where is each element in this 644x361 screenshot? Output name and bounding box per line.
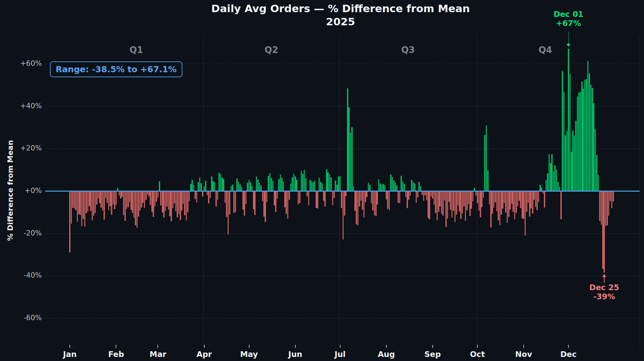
bar-negative: [93, 191, 94, 216]
bar-positive: [338, 176, 339, 191]
bar-positive: [247, 183, 248, 191]
bar-negative: [183, 191, 184, 204]
bar-negative: [407, 191, 408, 208]
bar-negative: [601, 191, 602, 225]
bar-positive: [414, 184, 415, 191]
bar-positive: [384, 185, 386, 191]
bar-negative: [229, 191, 230, 215]
bar-positive: [272, 181, 274, 191]
bar-negative: [130, 191, 132, 210]
bar-negative: [345, 191, 347, 196]
bar-negative: [129, 191, 130, 202]
bar-positive: [220, 174, 222, 191]
bar-negative: [324, 191, 326, 206]
bar-positive: [592, 88, 593, 191]
bar-negative: [86, 191, 87, 213]
bar-negative: [441, 191, 442, 214]
bar-negative: [496, 191, 498, 211]
bar-negative: [116, 191, 117, 205]
bar-negative: [520, 191, 521, 208]
month-tick: [69, 345, 70, 348]
month-tick: [116, 345, 116, 348]
bar-negative: [196, 191, 198, 202]
bar-negative: [80, 191, 81, 215]
bar-negative: [354, 191, 356, 211]
bar-positive: [598, 175, 599, 191]
bar-positive: [380, 184, 381, 191]
bar-positive: [557, 182, 559, 191]
bar-positive: [211, 176, 212, 191]
bar-positive: [232, 185, 233, 191]
quarter-label: Q3: [388, 45, 428, 55]
bar-positive: [293, 174, 295, 191]
bar-positive: [587, 61, 589, 191]
bar-negative: [141, 191, 142, 207]
bar-negative: [178, 191, 180, 214]
bar-positive: [381, 185, 383, 191]
bar-negative: [599, 191, 601, 221]
month-tick: [340, 345, 341, 348]
bar-negative: [98, 191, 99, 198]
annotation-max: Dec 01 +67%: [535, 10, 602, 28]
bar-positive: [290, 184, 292, 191]
bar-positive: [201, 183, 202, 191]
bar-positive: [348, 107, 350, 191]
bar-negative: [466, 191, 468, 210]
bar-negative: [516, 191, 517, 213]
bar-negative: [483, 191, 484, 198]
bar-negative: [81, 191, 83, 226]
bar-positive: [239, 184, 241, 191]
bar-positive: [190, 184, 192, 191]
bar-negative: [153, 191, 154, 217]
bar-positive: [396, 186, 398, 191]
bar-positive: [418, 182, 420, 191]
bar-positive: [395, 183, 396, 191]
month-tick: [568, 345, 569, 348]
gridline-vertical: [640, 35, 640, 348]
bar-positive: [595, 129, 596, 191]
bar-positive: [593, 103, 594, 191]
bar-positive: [313, 182, 314, 191]
bar-positive: [212, 181, 214, 191]
gridline-horizontal: [45, 276, 640, 276]
bar-negative: [160, 191, 162, 205]
bar-negative: [284, 191, 286, 207]
bar-negative: [150, 191, 151, 205]
bar-negative: [613, 191, 614, 201]
bar-negative: [225, 191, 226, 203]
bar-negative: [502, 191, 503, 209]
bar-negative: [428, 191, 429, 218]
bar-negative: [162, 191, 163, 213]
bar-positive: [159, 181, 160, 191]
bar-negative: [233, 191, 235, 213]
bar-negative: [274, 191, 275, 205]
bar-negative: [509, 191, 511, 210]
bar-negative: [529, 191, 530, 217]
bar-positive: [401, 176, 402, 191]
bar-negative: [344, 191, 345, 216]
bar-negative: [513, 191, 514, 212]
bar-positive: [236, 178, 238, 191]
month-label: Aug: [371, 350, 402, 359]
bar-positive: [590, 85, 592, 191]
bar-negative: [505, 191, 506, 213]
month-label: Mar: [143, 350, 173, 359]
gridline-horizontal: [45, 106, 640, 107]
bar-negative: [244, 191, 245, 216]
bar-positive: [581, 82, 583, 191]
y-tick-label: +40%: [5, 103, 42, 110]
bar-positive: [571, 152, 572, 191]
bar-negative: [492, 191, 493, 214]
bar-positive: [404, 184, 405, 191]
bar-negative: [507, 191, 508, 223]
bar-negative: [89, 191, 90, 206]
bar-negative: [501, 191, 502, 215]
up-arrow-icon: [604, 277, 605, 283]
bar-negative: [135, 191, 136, 225]
bar-negative: [522, 191, 523, 218]
bar-negative: [228, 191, 229, 234]
bar-negative: [157, 191, 159, 198]
bar-negative: [405, 191, 407, 197]
bar-negative: [489, 191, 490, 204]
bar-positive: [335, 180, 336, 191]
